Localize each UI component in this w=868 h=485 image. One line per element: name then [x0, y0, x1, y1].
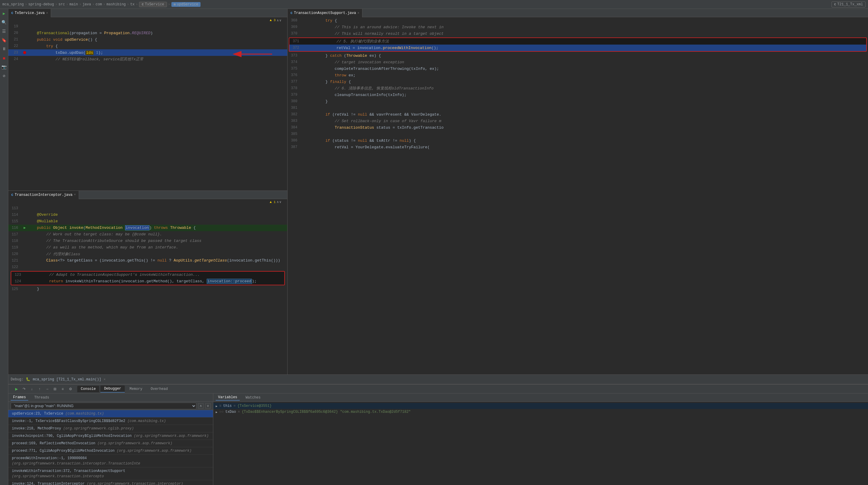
- var-this-value: {TxService@3551}: [237, 404, 272, 408]
- code-line-22: 22 try {: [8, 43, 287, 49]
- tab-close3[interactable]: ×: [358, 11, 359, 15]
- frame-0[interactable]: updService:23, TxService (com.mashibing.…: [8, 410, 213, 418]
- tab-debugger[interactable]: Debugger: [100, 386, 125, 393]
- crumb-com[interactable]: com: [96, 2, 102, 6]
- run-to-cursor-btn[interactable]: →: [44, 386, 51, 392]
- subtab-frames[interactable]: Frames: [11, 395, 28, 401]
- h-scrollbar-right[interactable]: [287, 372, 868, 374]
- breakpoint-23[interactable]: [23, 51, 26, 54]
- r-line-380: 380 }: [287, 98, 868, 104]
- variables-list[interactable]: ▶ ≡ this = {TxService@3551} ▶ ○○ txDao: [213, 402, 868, 485]
- resume-btn[interactable]: ▶: [13, 386, 20, 392]
- crumb-src[interactable]: src: [59, 2, 65, 6]
- tab-close2[interactable]: ×: [74, 193, 76, 196]
- tab-close[interactable]: ×: [46, 11, 48, 15]
- code-line-114: 114 @Override: [8, 212, 287, 218]
- code-scroll-2[interactable]: 113 114 @Override: [8, 205, 287, 372]
- thread-up-btn[interactable]: ∧: [198, 403, 204, 408]
- step-out-btn[interactable]: ↑: [36, 386, 43, 392]
- code-scroll-right[interactable]: 368 try { 369: [287, 17, 868, 372]
- subtab-threads[interactable]: Threads: [32, 395, 52, 400]
- crumb-txservice[interactable]: C TxService: [139, 2, 167, 7]
- warn-down2[interactable]: ∨: [279, 200, 281, 204]
- bottom-panel: ▶ ↷ ↓ ↑ → ⊞ ≡ ⚙ Console Debugger Memory …: [8, 384, 868, 485]
- evaluate-btn[interactable]: ⊞: [52, 386, 58, 392]
- frame-7[interactable]: invokeWithinTransaction:372, Transaction…: [8, 467, 213, 480]
- code-line-123: 123 // Adapt to TransactionAspectSupport…: [11, 272, 284, 278]
- left-sidebar: ▶ 🔍 ☰ 🔖 ⏸ ◼ 📷 ⊘: [0, 9, 8, 485]
- editor-right: C TransactionAspectSupport.java × 368: [287, 9, 868, 374]
- settings-btn[interactable]: ⚙: [67, 386, 74, 392]
- code-section-right: 368 try { 369: [287, 17, 868, 372]
- thread-dropdown[interactable]: "main"@1 in group "main": RUNNING: [11, 403, 196, 409]
- debug-session-close[interactable]: ×: [104, 378, 106, 381]
- warn-up2[interactable]: ∧: [277, 200, 279, 204]
- r-line-387: 387 retVal = YourDelegate.evaluateTryFai…: [287, 144, 868, 150]
- h-scrollbar-left[interactable]: [8, 372, 287, 374]
- sidebar-breakpoint-icon[interactable]: ⊘: [1, 72, 7, 79]
- r-line-386: 386 if (status != null && txAttr != null…: [287, 137, 868, 144]
- c-icon2: C: [834, 3, 836, 6]
- tab-transactioninterceptor-label: TransactionInterceptor.java: [15, 193, 72, 197]
- code-line-121: 121 Class<?> targetClass = (invocation.g…: [8, 257, 287, 264]
- crumb-spring[interactable]: spring-debug: [28, 2, 54, 6]
- warn-nav-down[interactable]: ∨: [279, 19, 281, 22]
- tab-memory[interactable]: Memory: [126, 386, 146, 392]
- frame-8[interactable]: invoke:124, TransactionInterceptor (org.…: [8, 480, 213, 485]
- frame-5[interactable]: proceed:771, CglibAopProxy$CglibMethodIn…: [8, 447, 213, 455]
- tab-overhead[interactable]: Overhead: [147, 386, 172, 392]
- tab-console[interactable]: Console: [77, 386, 99, 392]
- crumb-txservice-label: TxService: [145, 2, 164, 6]
- var-tab-variables[interactable]: Variables: [216, 395, 240, 401]
- frame-3[interactable]: invokeJoinpoint:790, CglibAopProxy$Cglib…: [8, 432, 213, 440]
- var-txdao[interactable]: ▶ ○○ txDao = {TxDao$$EnhancerBySpringCGL…: [213, 409, 868, 415]
- debug-icon: 🐛: [26, 377, 30, 382]
- var-this[interactable]: ▶ ≡ this = {TxService@3551}: [213, 403, 868, 409]
- crumb-updservice[interactable]: m updService: [172, 2, 201, 7]
- frame-6[interactable]: proceedWithInvocation:-1, 199000084 (org…: [8, 455, 213, 467]
- step-over-btn[interactable]: ↷: [21, 386, 27, 392]
- crumb-mashibing[interactable]: mashibing: [106, 2, 126, 6]
- top-right-file[interactable]: C T21_1_Tx_xml: [832, 1, 866, 7]
- frame-1[interactable]: invoke:-1, TxService$$FastClassBySpringC…: [8, 418, 213, 425]
- frame-2[interactable]: invoke:218, MethodProxy (org.springframe…: [8, 425, 213, 432]
- var-txdao-name: txDao: [225, 410, 236, 414]
- sidebar-camera-icon[interactable]: 📷: [1, 64, 7, 70]
- r-line-377: 377 } finally {: [287, 79, 868, 85]
- sidebar-stop-icon[interactable]: ◼: [1, 55, 7, 61]
- tab-txservice[interactable]: C TxService.java ×: [8, 9, 51, 17]
- tab-transactionaspectsupport[interactable]: C TransactionAspectSupport.java ×: [287, 9, 363, 17]
- step-into-btn[interactable]: ↓: [29, 386, 35, 392]
- code-line-20: 20 @Transactional(propagation = Propagat…: [8, 30, 287, 36]
- r-line-373: 373 } catch (Throwable ex) {: [287, 52, 868, 59]
- sidebar-debug2-icon[interactable]: ⏸: [1, 46, 7, 52]
- c-icon4: C: [11, 193, 13, 197]
- thread-down-btn[interactable]: ∨: [205, 403, 211, 408]
- frames-btn[interactable]: ≡: [59, 386, 66, 392]
- sidebar-structure-icon[interactable]: ☰: [1, 28, 7, 34]
- sidebar-run-icon[interactable]: ▶: [1, 10, 7, 17]
- r-line-376: 376 throw ex;: [287, 72, 868, 79]
- sidebar-search-icon[interactable]: 🔍: [1, 19, 7, 26]
- crumb-java[interactable]: java: [83, 2, 91, 6]
- code-line-117: 117 // Work out the target class: may be…: [8, 231, 287, 238]
- crumb-mca[interactable]: mca_spring: [2, 2, 24, 6]
- crumb-main[interactable]: main: [69, 2, 78, 6]
- warn-nav-up[interactable]: ∧: [277, 19, 279, 22]
- debug-controls: ▶ ↷ ↓ ↑ → ⊞ ≡ ⚙: [11, 386, 76, 392]
- code-scroll-1[interactable]: 19 20 @Transactional(propagation = Propa…: [8, 23, 287, 190]
- tab-transactionaspectsupport-label: TransactionAspectSupport.java: [294, 11, 356, 15]
- crumb-tx[interactable]: tx: [130, 2, 134, 6]
- exec-marker: ▶: [24, 225, 26, 230]
- var-tabs: Variables Watches: [213, 393, 868, 402]
- stack-frames[interactable]: updService:23, TxService (com.mashibing.…: [8, 410, 213, 485]
- r-line-374: 374 // target invocation exception: [287, 59, 868, 65]
- breadcrumb-bar: mca_spring › spring-debug › src › main ›…: [0, 0, 868, 9]
- var-tab-watches[interactable]: Watches: [243, 395, 263, 400]
- r-line-383: 383 // Set rollback-only in case of Vavr…: [287, 118, 868, 124]
- tab-transactioninterceptor[interactable]: C TransactionInterceptor.java ×: [8, 191, 79, 199]
- sidebar-bookmark-icon[interactable]: 🔖: [1, 37, 7, 43]
- code-line-122: 122: [8, 264, 287, 270]
- frame-4[interactable]: proceed:169, ReflectiveMethodInvocation …: [8, 440, 213, 447]
- r-line-372: 372 retVal = invocation.proceedWithInvoc…: [289, 44, 866, 51]
